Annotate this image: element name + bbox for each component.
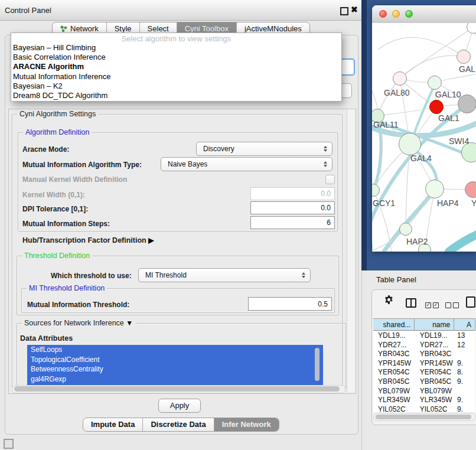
sources-toggle[interactable]: Sources for Network Inference ▼ (22, 319, 135, 327)
cell-shared-name: YDR27... (373, 340, 415, 350)
apply-button[interactable]: Apply (158, 399, 201, 413)
table-row[interactable]: YBL079W YBL079W (373, 386, 475, 396)
tab-label: Cyni Toolbox (185, 24, 229, 33)
node-label: HAP2 (406, 237, 428, 246)
kernel-width-field[interactable] (250, 187, 335, 200)
attributes-scrollbar-thumb[interactable] (315, 348, 319, 381)
dropdown-item-aracne[interactable]: ARACNE Algorithm (11, 62, 341, 71)
dpi-tolerance-field[interactable] (250, 201, 335, 214)
minimize-window-icon[interactable] (392, 10, 400, 18)
dropdown-item-bayesian-hill-climbing[interactable]: Bayesian – Hill Climbing (11, 43, 341, 53)
dropdown-item-mutual-information[interactable]: Mutual Information Inference (11, 72, 341, 81)
cell-value: 9. (455, 358, 475, 368)
table-row[interactable]: YBR043C YBR043C (373, 349, 475, 358)
float-panel-icon[interactable] (340, 7, 348, 15)
cell-value: 8. (455, 367, 475, 377)
mi-steps-label: Mutual Information Steps: (22, 220, 110, 228)
tab-infer-network[interactable]: Infer Network (214, 418, 279, 431)
data-attributes-list: SelfLoopsTopologicalCoefficientBetweenne… (27, 345, 323, 386)
cyni-bottom-tabs: Impute Data Discretize Data Infer Networ… (83, 418, 279, 432)
column-header-clipped[interactable]: A (454, 319, 475, 331)
which-threshold-label: Which threshold to use: (51, 272, 132, 280)
select-all-icon[interactable]: ✓✓ (425, 299, 441, 310)
network-node-hap2[interactable] (399, 223, 412, 236)
cell-value: 13 (455, 331, 475, 340)
table-row[interactable]: YPR145W YPR145W 9. (373, 358, 475, 368)
table-header-row: shared... name A (373, 319, 475, 331)
network-node-gal1-selected[interactable] (429, 100, 444, 114)
close-panel-icon[interactable]: ✖ (351, 5, 358, 14)
cell-shared-name: YPR145W (373, 358, 415, 368)
tab-label: Infer Network (222, 420, 271, 429)
show-columns-icon[interactable] (406, 298, 416, 308)
hub-definition-label: Hub/Transcription Factor Definition (22, 236, 146, 244)
network-canvas[interactable]: GAL GAL80 GAL10 GAL1 GAL11 SWI4 GAL4 GCY… (372, 23, 476, 252)
tab-discretize-data[interactable]: Discretize Data (143, 418, 214, 431)
tab-label: Impute Data (91, 420, 135, 429)
node-label: GAL80 (384, 88, 410, 97)
tab-impute-data[interactable]: Impute Data (83, 418, 143, 431)
network-node[interactable] (457, 50, 471, 64)
close-window-icon[interactable] (379, 10, 387, 18)
cell-name: YIL052C (415, 405, 455, 412)
dropdown-item-bayesian-k2[interactable]: Bayesian – K2 (11, 81, 341, 91)
zoom-window-icon[interactable] (405, 10, 413, 18)
scrollbar-thumb[interactable] (14, 386, 340, 392)
hub-definition-toggle[interactable]: Hub/Transcription Factor Definition ▶ (22, 236, 154, 244)
network-node-gal10[interactable] (428, 76, 442, 90)
attributes-horizontal-scrollbar[interactable] (12, 385, 345, 393)
table-row[interactable]: YDL19... YDL19... 13 (373, 331, 475, 340)
node-label: GAL4 (410, 154, 432, 163)
column-header-name[interactable]: name (415, 319, 454, 331)
attribute-item-selected[interactable]: TopologicalCoefficient (27, 355, 323, 365)
collapsed-panel-icon[interactable] (4, 439, 14, 449)
network-node-gal4[interactable] (399, 133, 421, 155)
tab-label: jActiveMNodules (244, 24, 302, 33)
panel-title: Control Panel (5, 6, 51, 15)
network-icon (60, 25, 67, 32)
attribute-item-selected[interactable]: BetweennessCentrality (27, 364, 323, 374)
table-row[interactable]: YIL052C YIL052C 9. (373, 405, 475, 412)
settings-vertical-scrollbar[interactable] (347, 109, 355, 392)
mi-steps-field[interactable] (250, 216, 335, 229)
manual-kernel-checkbox[interactable] (325, 175, 335, 184)
combo-arrows-icon (324, 146, 327, 152)
attribute-item-selected[interactable]: gal4RGexp (27, 374, 323, 384)
column-header-shared-name[interactable]: shared... (373, 319, 415, 331)
node-label: Y (471, 198, 476, 208)
table-row[interactable]: YDR27... YDR27... 12 (373, 340, 475, 350)
node-label: GAL11 (373, 120, 399, 129)
checked-box-icon: ✓ (433, 302, 439, 308)
group-title: Cyni Algorithm Settings (17, 110, 98, 118)
node-label: GCY1 (373, 198, 395, 208)
expanded-arrow-icon: ▼ (126, 319, 133, 327)
deselect-all-icon[interactable] (445, 299, 461, 310)
group-title: Algorithm Definition (23, 128, 92, 136)
table-row[interactable]: YBR045C YBR045C 9. (373, 377, 475, 386)
cell-name: YBR045C (415, 377, 455, 386)
dropdown-item-dream8[interactable]: Dream8 DC_TDC Algorithm (11, 91, 341, 100)
which-threshold-select[interactable]: MI Threshold (138, 268, 311, 282)
table-panel-title: Table Panel (376, 275, 416, 284)
combo-arrows-icon (302, 272, 305, 278)
cell-shared-name: YBR045C (373, 377, 415, 386)
combo-arrows-icon (324, 161, 327, 167)
table-row[interactable]: YER054C YER054C 8. (373, 367, 475, 377)
table-horizontal-scrollbar[interactable] (373, 413, 475, 421)
aracne-mode-select[interactable]: Discovery (196, 142, 332, 156)
group-title: MI Threshold Definition (27, 284, 107, 292)
export-table-icon[interactable] (466, 296, 475, 308)
scrollbar-thumb[interactable] (376, 415, 471, 419)
attribute-item-selected[interactable]: SelfLoops (27, 345, 323, 355)
network-node-gal80[interactable] (393, 71, 407, 86)
dropdown-item-basic-correlation[interactable]: Basic Correlation Inference (11, 53, 341, 62)
network-window-titlebar[interactable] (372, 5, 476, 24)
mi-threshold-field[interactable] (248, 297, 332, 311)
table-settings-gear-icon[interactable] (384, 295, 394, 307)
table-row[interactable]: YLR345W YLR345W 9. (373, 395, 475, 405)
cell-shared-name: YBL079W (373, 386, 415, 396)
mi-algorithm-type-select[interactable]: Naive Bayes (161, 157, 332, 171)
cell-name: YBL079W (415, 386, 455, 396)
network-node-hap4[interactable] (425, 180, 444, 198)
cell-name: YDL19... (415, 331, 455, 340)
